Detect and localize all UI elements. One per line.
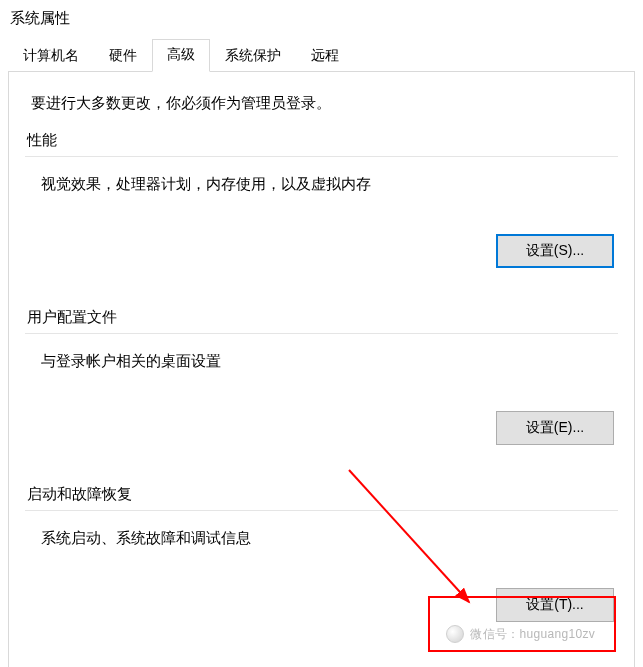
wechat-icon bbox=[446, 625, 464, 643]
window-title: 系统属性 bbox=[0, 0, 643, 34]
section-performance: 性能 视觉效果，处理器计划，内存使用，以及虚拟内存 设置(S)... bbox=[25, 131, 618, 290]
user-profiles-settings-button[interactable]: 设置(E)... bbox=[496, 411, 614, 445]
section-user-profiles: 用户配置文件 与登录帐户相关的桌面设置 设置(E)... bbox=[25, 308, 618, 467]
tab-advanced[interactable]: 高级 bbox=[152, 39, 210, 72]
tabs-row: 计算机名 硬件 高级 系统保护 远程 bbox=[8, 40, 635, 72]
tab-computer-name[interactable]: 计算机名 bbox=[8, 40, 94, 72]
startup-desc: 系统启动、系统故障和调试信息 bbox=[25, 511, 618, 548]
user-profiles-title: 用户配置文件 bbox=[25, 308, 618, 327]
performance-settings-button[interactable]: 设置(S)... bbox=[496, 234, 614, 268]
advanced-tab-panel: 要进行大多数更改，你必须作为管理员登录。 性能 视觉效果，处理器计划，内存使用，… bbox=[8, 72, 635, 667]
startup-settings-button[interactable]: 设置(T)... bbox=[496, 588, 614, 622]
section-startup-recovery: 启动和故障恢复 系统启动、系统故障和调试信息 设置(T)... bbox=[25, 485, 618, 644]
watermark: 微信号：huguang10zv bbox=[446, 625, 595, 643]
performance-title: 性能 bbox=[25, 131, 618, 150]
tab-remote[interactable]: 远程 bbox=[296, 40, 354, 72]
user-profiles-desc: 与登录帐户相关的桌面设置 bbox=[25, 334, 618, 371]
watermark-text: 微信号：huguang10zv bbox=[470, 626, 595, 643]
intro-text: 要进行大多数更改，你必须作为管理员登录。 bbox=[9, 72, 634, 113]
performance-desc: 视觉效果，处理器计划，内存使用，以及虚拟内存 bbox=[25, 157, 618, 194]
tab-system-protection[interactable]: 系统保护 bbox=[210, 40, 296, 72]
startup-title: 启动和故障恢复 bbox=[25, 485, 618, 504]
tab-hardware[interactable]: 硬件 bbox=[94, 40, 152, 72]
